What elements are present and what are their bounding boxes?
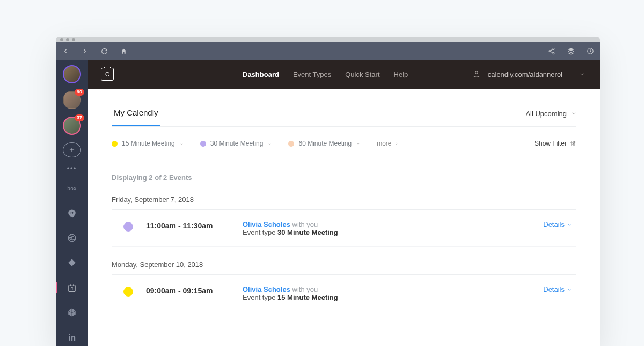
browser-toolbar	[56, 42, 600, 60]
layers-button[interactable]	[561, 42, 581, 60]
svg-point-21	[574, 142, 575, 143]
svg-point-15	[475, 71, 478, 74]
tabs-row: My Calendly All Upcoming	[112, 108, 576, 127]
back-button[interactable]	[56, 42, 75, 60]
minimize-dot[interactable]	[66, 38, 69, 41]
show-filter-button[interactable]: Show Filter	[535, 140, 576, 147]
badge-2: 37	[75, 114, 84, 121]
event-type: Event type 30 Minute Meeting	[243, 228, 543, 236]
app-linkedin-icon[interactable]	[56, 329, 88, 346]
calendly-logo-icon[interactable]: C	[101, 68, 114, 81]
maximize-dot[interactable]	[72, 38, 75, 41]
day-label: Monday, September 10, 2018	[112, 261, 576, 275]
left-rail: 90 37 ••• box C	[56, 60, 88, 346]
history-button[interactable]	[581, 42, 600, 60]
home-button[interactable]	[114, 42, 133, 60]
svg-point-14	[69, 334, 70, 335]
app-box-icon[interactable]: box	[56, 180, 88, 197]
filter-30-label: 30 Minute Meeting	[210, 140, 264, 147]
filter-more[interactable]: more	[377, 140, 398, 147]
page-content: My Calendly All Upcoming 15 Minute Meeti…	[88, 89, 600, 311]
more-label: more	[377, 140, 391, 147]
app-dribbble-icon[interactable]	[56, 229, 88, 247]
event-time: 11:00am - 11:30am	[146, 220, 243, 230]
forward-button[interactable]	[75, 42, 94, 60]
user-icon	[472, 69, 481, 79]
svg-line-3	[551, 49, 553, 51]
filter-60-minute[interactable]: 60 Minute Meeting	[288, 140, 361, 147]
yellow-dot-icon	[112, 141, 118, 147]
nav-quick-start[interactable]: Quick Start	[345, 70, 379, 78]
filter-15-label: 15 Minute Meeting	[122, 140, 175, 147]
events-list: Displaying 2 of 2 Events Friday, Septemb…	[112, 158, 576, 311]
chevron-down-icon	[179, 141, 184, 146]
upcoming-dropdown[interactable]: All Upcoming	[525, 110, 576, 125]
chevron-down-icon	[567, 222, 572, 227]
svg-point-17	[571, 142, 572, 143]
app-header: C Dashboard Event Types Quick Start Help…	[88, 60, 600, 89]
event-with-label: with you	[292, 220, 318, 228]
day-group: Friday, September 7, 2018 11:00am - 11:3…	[112, 196, 576, 247]
workspace-avatar-2[interactable]: 90	[63, 91, 81, 109]
event-details-button[interactable]: Details	[543, 285, 572, 293]
nav-event-types[interactable]: Event Types	[293, 70, 331, 78]
reload-button[interactable]	[94, 42, 114, 60]
svg-rect-13	[69, 336, 70, 341]
badge-1: 90	[75, 89, 84, 96]
event-time: 09:00am - 09:15am	[146, 285, 243, 295]
purple-dot-icon	[200, 141, 206, 147]
sliders-icon	[570, 140, 576, 147]
event-invitee-name[interactable]: Olivia Scholes	[243, 285, 290, 293]
svg-text:C: C	[71, 286, 74, 290]
event-color-dot	[123, 287, 133, 297]
event-details-button[interactable]: Details	[543, 220, 572, 228]
chevron-down-icon	[571, 111, 576, 116]
app-window: 90 37 ••• box C	[56, 37, 600, 346]
chevron-down-icon	[580, 71, 585, 77]
filter-30-minute[interactable]: 30 Minute Meeting	[200, 140, 273, 147]
show-filter-label: Show Filter	[535, 140, 567, 147]
peach-dot-icon	[288, 141, 294, 147]
svg-line-4	[551, 52, 553, 53]
event-color-dot	[123, 222, 133, 232]
nav-help[interactable]: Help	[394, 70, 408, 78]
chevron-down-icon	[567, 287, 572, 292]
day-group: Monday, September 10, 2018 09:00am - 09:…	[112, 261, 576, 311]
event-invitee-name[interactable]: Olivia Scholes	[243, 220, 290, 228]
event-row: 09:00am - 09:15am Olivia Scholes with yo…	[112, 275, 576, 311]
window-titlebar	[56, 37, 600, 42]
tab-my-calendly[interactable]: My Calendly	[112, 108, 160, 126]
user-url: calendly.com/aldannerol	[488, 70, 562, 78]
filter-60-label: 60 Minute Meeting	[298, 140, 352, 147]
app-hangouts-icon[interactable]	[56, 205, 88, 222]
svg-point-19	[573, 144, 574, 145]
event-with-label: with you	[292, 285, 318, 293]
app-cube-icon[interactable]	[56, 304, 88, 321]
displaying-summary: Displaying 2 of 2 Events	[112, 174, 576, 182]
day-label: Friday, September 7, 2018	[112, 196, 576, 210]
chevron-down-icon	[267, 141, 272, 146]
upcoming-label: All Upcoming	[525, 110, 567, 118]
app-diamond-icon[interactable]	[56, 254, 88, 271]
rail-separator: •••	[67, 165, 77, 172]
add-workspace-button[interactable]	[63, 142, 81, 157]
chevron-right-icon	[394, 141, 399, 146]
event-row: 11:00am - 11:30am Olivia Scholes with yo…	[112, 210, 576, 247]
share-button[interactable]	[542, 42, 561, 60]
app-calendar-icon[interactable]: C	[56, 279, 88, 296]
filter-15-minute[interactable]: 15 Minute Meeting	[112, 140, 184, 147]
meeting-type-filters: 15 Minute Meeting 30 Minute Meeting 60 M…	[112, 127, 576, 158]
event-type: Event type 15 Minute Meeting	[243, 293, 543, 301]
close-dot[interactable]	[60, 38, 63, 41]
user-menu[interactable]: calendly.com/aldannerol	[472, 69, 585, 79]
workspace-avatar-3[interactable]: 37	[63, 117, 81, 135]
nav-dashboard[interactable]: Dashboard	[243, 70, 279, 78]
main-nav: Dashboard Event Types Quick Start Help	[243, 70, 408, 78]
chevron-down-icon	[356, 141, 361, 146]
workspace-avatar-1[interactable]	[63, 65, 81, 83]
